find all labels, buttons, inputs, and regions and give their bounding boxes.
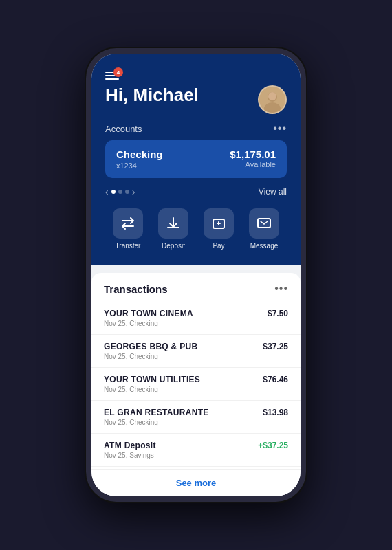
transactions-title: Transactions	[104, 283, 168, 295]
dot-2	[118, 190, 122, 194]
deposit-icon	[158, 208, 188, 239]
tx-details: ATM Deposit Nov 25, Savings	[104, 441, 156, 459]
transfer-icon	[113, 208, 143, 239]
message-label: Message	[250, 242, 279, 250]
tx-name: YOUR TOWN UTILITIES	[104, 375, 200, 384]
transaction-list: YOUR TOWN CINEMA Nov 25, Checking $7.50 …	[91, 302, 301, 469]
account-card[interactable]: Checking x1234 $1,175.01 Available	[105, 140, 287, 178]
table-row[interactable]: YOUR TOWN UTILITIES Nov 25, Checking $76…	[91, 368, 301, 401]
card-left: Checking x1234	[116, 148, 163, 170]
pay-button[interactable]: Pay	[196, 208, 241, 250]
accounts-more-button[interactable]: •••	[273, 122, 287, 135]
tx-name: ATM Deposit	[104, 441, 156, 450]
dot-3	[125, 190, 129, 194]
pagination-row: ‹ › View all	[105, 185, 287, 199]
phone-screen: 4 Hi, Michael Accounts •••	[91, 54, 301, 496]
transactions-header: Transactions •••	[91, 273, 301, 302]
notification-badge: 4	[113, 67, 123, 77]
see-more-button[interactable]: See more	[91, 469, 301, 496]
accounts-label: Accounts	[105, 124, 142, 134]
view-all-button[interactable]: View all	[259, 187, 287, 197]
dot-1	[111, 190, 116, 194]
svg-point-3	[268, 92, 276, 100]
card-type: Checking	[116, 148, 163, 160]
tx-amount: $13.98	[263, 408, 288, 417]
transactions-more-button[interactable]: •••	[274, 283, 288, 295]
card-available: Available	[230, 160, 276, 168]
table-row[interactable]: YOUR TOWN CINEMA Nov 25, Checking $7.50	[91, 302, 301, 335]
menu-line-3	[105, 78, 119, 80]
quick-actions: Transfer Deposit	[105, 208, 287, 252]
tx-meta: Nov 25, Savings	[104, 452, 156, 459]
tx-details: YOUR TOWN CINEMA Nov 25, Checking	[104, 309, 193, 327]
message-icon	[249, 208, 279, 239]
tx-meta: Nov 25, Checking	[104, 386, 200, 393]
message-button[interactable]: Message	[241, 208, 287, 250]
tx-details: YOUR TOWN UTILITIES Nov 25, Checking	[104, 375, 200, 393]
tx-meta: Nov 25, Checking	[104, 419, 209, 426]
prev-page-button[interactable]: ‹	[105, 186, 109, 197]
greeting-text: Hi, Michael	[105, 85, 199, 105]
table-row[interactable]: GEORGES BBQ & PUB Nov 25, Checking $37.2…	[91, 335, 301, 368]
card-amount: $1,175.01	[230, 148, 276, 160]
tx-meta: Nov 25, Checking	[104, 320, 193, 327]
tx-amount: $76.46	[263, 375, 288, 384]
deposit-button[interactable]: Deposit	[151, 208, 196, 250]
pay-label: Pay	[213, 242, 224, 250]
pagination-dots: ‹ ›	[105, 186, 135, 197]
tx-name: EL GRAN RESTAURANTE	[104, 408, 209, 417]
tx-details: EL GRAN RESTAURANTE Nov 25, Checking	[104, 408, 209, 426]
tx-name: YOUR TOWN CINEMA	[104, 309, 193, 318]
deposit-label: Deposit	[162, 242, 185, 250]
tx-details: GEORGES BBQ & PUB Nov 25, Checking	[104, 342, 197, 360]
transfer-label: Transfer	[116, 242, 141, 250]
avatar[interactable]	[258, 85, 287, 114]
table-row[interactable]: ATM Deposit Nov 25, Savings +$37.25	[91, 434, 301, 467]
menu-button[interactable]: 4	[105, 72, 119, 80]
phone-frame: 4 Hi, Michael Accounts •••	[86, 48, 306, 502]
tx-amount-positive: +$37.25	[258, 441, 288, 450]
tx-name: GEORGES BBQ & PUB	[104, 342, 197, 351]
tx-amount: $7.50	[268, 309, 288, 318]
header-top: Hi, Michael	[105, 85, 287, 114]
card-right: $1,175.01 Available	[230, 148, 276, 168]
table-row[interactable]: EL GRAN RESTAURANTE Nov 25, Checking $13…	[91, 401, 301, 434]
pay-icon	[204, 208, 234, 239]
transfer-button[interactable]: Transfer	[105, 208, 151, 250]
header: 4 Hi, Michael Accounts •••	[91, 54, 301, 265]
card-row: Checking x1234 $1,175.01 Available	[116, 148, 276, 170]
accounts-row: Accounts •••	[105, 122, 287, 135]
svg-rect-5	[258, 219, 270, 228]
tx-meta: Nov 25, Checking	[104, 353, 197, 360]
transactions-section: Transactions ••• YOUR TOWN CINEMA Nov 25…	[91, 273, 301, 496]
next-page-button[interactable]: ›	[132, 186, 135, 197]
card-number: x1234	[116, 162, 163, 170]
tx-amount: $37.25	[263, 342, 288, 351]
